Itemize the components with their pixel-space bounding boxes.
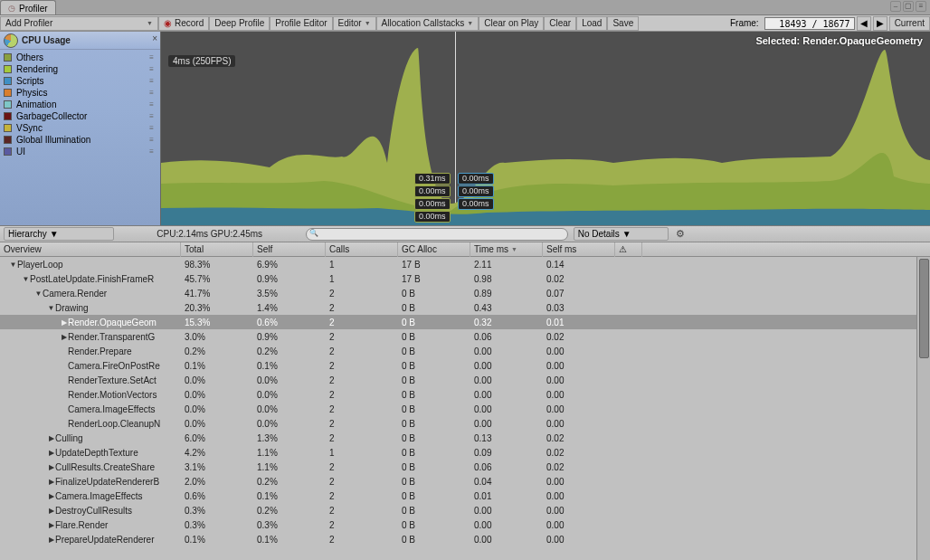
hierarchy-dropdown[interactable]: Hierarchy▼	[4, 227, 114, 241]
row-name: Render.TransparentG	[68, 332, 155, 342]
row-calls: 2	[326, 300, 398, 315]
profiler-tab[interactable]: ◷Profiler	[0, 0, 56, 14]
foldout-icon[interactable]: ▼	[9, 261, 17, 269]
row-name: Render.MotionVectors	[68, 390, 157, 400]
row-total: 0.1%	[181, 358, 253, 373]
record-button[interactable]: ◉Record	[158, 16, 209, 31]
table-row[interactable]: Camera.FireOnPostRe0.1%0.1%20 B0.000.00	[0, 358, 930, 373]
drag-handle-icon[interactable]: ≡	[149, 89, 153, 97]
profile-editor-button[interactable]: Profile Editor	[270, 16, 332, 31]
col-total[interactable]: Total	[181, 242, 253, 257]
foldout-icon[interactable]: ▶	[60, 318, 68, 327]
table-row[interactable]: ▶UpdateDepthTexture4.2%1.1%10 B0.090.02	[0, 445, 930, 460]
legend-item-scripts[interactable]: Scripts≡	[4, 75, 157, 87]
table-row[interactable]: ▼Drawing20.3%1.4%20 B0.430.03	[0, 300, 930, 315]
legend-item-ui[interactable]: UI≡	[4, 146, 157, 157]
details-dropdown[interactable]: No Details▼	[574, 227, 669, 241]
foldout-icon[interactable]: ▶	[47, 463, 55, 471]
drag-handle-icon[interactable]: ≡	[149, 136, 153, 144]
table-row[interactable]: ▼PlayerLoop98.3%6.9%117 B2.110.14	[0, 257, 930, 271]
row-name: PlayerLoop	[17, 260, 63, 270]
row-selfms: 0.02	[543, 271, 615, 286]
table-row[interactable]: ▶Render.OpaqueGeom15.3%0.6%20 B0.320.01	[0, 315, 930, 329]
prev-frame-button[interactable]: ◀	[857, 16, 871, 31]
foldout-icon[interactable]: ▶	[47, 434, 55, 442]
col-overview[interactable]: Overview	[0, 242, 181, 257]
legend-item-vsync[interactable]: VSync≡	[4, 122, 157, 134]
foldout-icon[interactable]: ▶	[60, 333, 68, 341]
table-row[interactable]: ▼PostLateUpdate.FinishFrameR45.7%0.9%117…	[0, 271, 930, 286]
col-gcalloc[interactable]: GC Alloc	[398, 242, 470, 257]
row-total: 6.0%	[181, 431, 253, 445]
col-calls[interactable]: Calls	[326, 242, 398, 257]
drag-handle-icon[interactable]: ≡	[149, 77, 153, 85]
foldout-icon[interactable]: ▶	[47, 478, 55, 486]
foldout-icon[interactable]: ▶	[47, 536, 55, 544]
table-row[interactable]: Render.MotionVectors0.0%0.0%20 B0.000.00	[0, 387, 930, 402]
current-button[interactable]: Current	[889, 16, 930, 31]
vertical-scrollbar[interactable]	[916, 257, 930, 560]
legend-item-global-illumination[interactable]: Global Illumination≡	[4, 134, 157, 146]
legend-item-animation[interactable]: Animation≡	[4, 99, 157, 110]
allocation-callstacks-dropdown[interactable]: Allocation Callstacks▼	[376, 16, 479, 31]
foldout-icon[interactable]: ▶	[47, 521, 55, 529]
window-max-icon[interactable]: ▢	[903, 1, 914, 12]
deep-profile-button[interactable]: Deep Profile	[209, 16, 270, 31]
legend-item-physics[interactable]: Physics≡	[4, 87, 157, 99]
table-row[interactable]: ▶DestroyCullResults0.3%0.2%20 B0.000.00	[0, 503, 930, 517]
table-row[interactable]: ▶PrepareUpdateRenderer0.1%0.1%20 B0.000.…	[0, 532, 930, 546]
col-timems[interactable]: Time ms	[470, 242, 543, 257]
table-row[interactable]: Render.Prepare0.2%0.2%20 B0.000.00	[0, 344, 930, 358]
row-self: 0.2%	[253, 344, 326, 358]
table-row[interactable]: ▶Render.TransparentG3.0%0.9%20 B0.060.02	[0, 329, 930, 344]
table-row[interactable]: Camera.ImageEffects0.0%0.0%20 B0.000.00	[0, 402, 930, 416]
row-gcalloc: 0 B	[398, 344, 470, 358]
search-input[interactable]	[306, 228, 568, 241]
load-button[interactable]: Load	[576, 16, 607, 31]
window-min-icon[interactable]: –	[890, 1, 901, 12]
legend-item-rendering[interactable]: Rendering≡	[4, 63, 157, 75]
legend-item-others[interactable]: Others≡	[4, 52, 157, 63]
drag-handle-icon[interactable]: ≡	[149, 100, 153, 109]
save-button[interactable]: Save	[607, 16, 639, 31]
clear-on-play-button[interactable]: Clear on Play	[479, 16, 544, 31]
col-selfms[interactable]: Self ms	[543, 242, 615, 257]
clear-button[interactable]: Clear	[544, 16, 576, 31]
table-row[interactable]: ▶CullResults.CreateShare3.1%1.1%20 B0.06…	[0, 460, 930, 474]
add-profiler-button[interactable]: Add Profiler▼	[0, 16, 158, 31]
row-self: 0.9%	[253, 329, 326, 344]
table-row[interactable]: ▶Flare.Render0.3%0.3%20 B0.000.00	[0, 517, 930, 532]
col-warning[interactable]: ⚠	[615, 242, 642, 257]
row-gcalloc: 0 B	[398, 532, 470, 546]
table-row[interactable]: ▶Camera.ImageEffects0.6%0.1%20 B0.010.00	[0, 489, 930, 503]
foldout-icon[interactable]: ▼	[47, 304, 55, 312]
row-selfms: 0.02	[543, 445, 615, 460]
drag-handle-icon[interactable]: ≡	[149, 65, 153, 73]
row-timems: 0.00	[470, 373, 543, 387]
foldout-icon[interactable]: ▶	[47, 507, 55, 515]
foldout-icon[interactable]: ▶	[47, 492, 55, 500]
row-calls: 2	[326, 373, 398, 387]
next-frame-button[interactable]: ▶	[873, 16, 887, 31]
gear-icon[interactable]: ⚙	[674, 228, 687, 240]
drag-handle-icon[interactable]: ≡	[149, 112, 153, 120]
foldout-icon[interactable]: ▼	[34, 289, 43, 298]
table-row[interactable]: RenderLoop.CleanupN0.0%0.0%20 B0.000.00	[0, 416, 930, 431]
profiler-graph[interactable]: Selected: Render.OpaqueGeometry 4ms (250…	[161, 32, 930, 225]
col-self[interactable]: Self	[253, 242, 326, 257]
table-row[interactable]: ▶FinalizeUpdateRendererB2.0%0.2%20 B0.04…	[0, 474, 930, 489]
swatch-icon	[4, 147, 12, 156]
table-row[interactable]: ▼Camera.Render41.7%3.5%20 B0.890.07	[0, 286, 930, 300]
table-row[interactable]: ▶Culling6.0%1.3%20 B0.130.02	[0, 431, 930, 445]
close-icon[interactable]: ×	[152, 33, 157, 43]
foldout-icon[interactable]: ▼	[22, 275, 30, 283]
row-calls: 2	[326, 315, 398, 329]
drag-handle-icon[interactable]: ≡	[149, 124, 153, 132]
drag-handle-icon[interactable]: ≡	[149, 53, 153, 62]
drag-handle-icon[interactable]: ≡	[149, 147, 153, 156]
legend-item-garbagecollector[interactable]: GarbageCollector≡	[4, 110, 157, 122]
table-row[interactable]: RenderTexture.SetAct0.0%0.0%20 B0.000.00	[0, 373, 930, 387]
foldout-icon[interactable]: ▶	[47, 449, 55, 457]
editor-dropdown[interactable]: Editor▼	[333, 16, 376, 31]
window-menu-icon[interactable]: ≡	[916, 1, 926, 12]
